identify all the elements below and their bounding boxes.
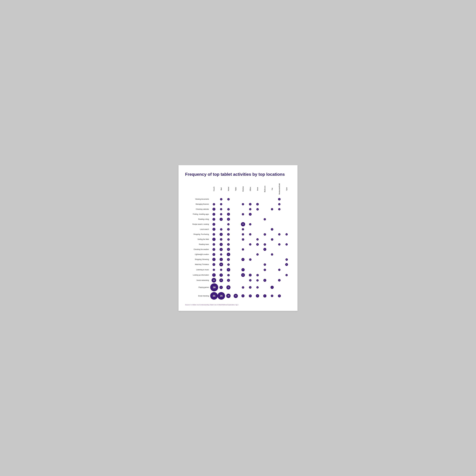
bubble-cell: 2 [283,257,290,262]
bubble: 2 [242,238,244,241]
bubble: 14 [234,294,238,298]
bubble: 1 [286,233,288,236]
column-header-classroom: Classroom [290,182,291,197]
bubble-cell: 10 [218,277,225,283]
bubble-cell [276,272,283,277]
bubble-cell [261,237,268,242]
bubble: 5 [227,218,230,221]
bubble: 5 [212,228,215,231]
bubble-cell: 2 [247,277,254,283]
bubble-cell [254,262,261,267]
bubble: 4 [285,263,288,266]
bubble-cell [283,267,290,272]
bubble: 9 [227,253,230,256]
bubble: 4 [227,258,230,261]
bubble-cell: 35 [218,292,225,300]
bubble-cell [232,272,239,277]
bubble: 3 [256,243,259,246]
bubble-cell: 2 [254,207,261,212]
bubble-cell: 3 [276,197,283,202]
bubble-cell [239,207,247,212]
bubble-cell [247,237,254,242]
bubble-cell: 2 [218,197,225,202]
bubble: 2 [264,263,266,266]
bubble: 1 [249,223,251,225]
bubble-cell: 7 [261,292,268,300]
bubble: 35 [218,292,225,300]
bubble: 5 [249,294,252,297]
bubble-cell: 8 [254,292,261,300]
bubble-cell: 1 [247,242,254,247]
table-row: Email checking353515146587353 [185,292,291,300]
bubble-cell: 35 [210,292,218,300]
bubble: 1 [242,233,244,236]
bubble-cell: 3 [210,242,218,247]
table-row: Checking the weather465153 [185,247,291,252]
bubble-cell [290,202,291,207]
bubble: 2 [264,233,266,236]
bubble-cell [210,197,218,202]
bubble: 1 [256,279,259,282]
bubble-cell: 3 [225,232,232,237]
table-row: Finding, installing apps415142 [185,212,291,217]
bubble: 4 [212,263,215,266]
bubble-cell [290,227,291,232]
bubble-cell [232,257,239,262]
bubble-cell [290,252,291,257]
bubble-cell: 2 [225,272,232,277]
bubble: 1 [278,233,280,236]
bubble-cell [268,202,276,207]
activity-label: Shopping: Browsing [185,257,210,262]
bubble-cell: 7 [218,257,225,262]
table-row: Shopping: Browsing7746221 [185,257,291,262]
bubble: 13 [226,285,230,289]
activity-label: Finding, installing apps [185,212,210,217]
bubble-cell [254,257,261,262]
bubble-cell [247,267,254,272]
bubble-cell: 6 [239,292,247,300]
bubble-cell [247,247,254,252]
bubble-cell [232,232,239,237]
bubble: 2 [227,198,230,201]
table-row: Viewing documents223111 [185,197,291,202]
bubble-cell: 9 [210,272,218,277]
bubble-cell: 1 [276,207,283,212]
bubble-cell [276,257,283,262]
activity-label: Checking the weather [185,247,210,252]
bubble: 1 [242,248,244,251]
bubble: 1 [256,253,259,255]
bubble-cell: 4 [210,252,218,257]
bubble: 4 [249,274,252,276]
activity-label: Listening to music [185,267,210,272]
bubble: 7 [212,258,216,261]
bubble-cell [276,252,283,257]
bubble: 5 [263,248,266,251]
bubble-cell: 16 [210,277,218,283]
bubble-cell: 3 [218,237,225,242]
bubble-cell: 1 [276,202,283,207]
bubble-cell: 1 [290,232,291,237]
bubble-cell [290,212,291,217]
bubble: 1 [220,203,222,205]
bubble-cell [261,202,268,207]
bubble-cell [283,283,290,292]
column-header-bed: Bed [218,182,225,197]
bubble: 5 [212,208,215,211]
bubble-cell: 8 [218,283,225,292]
bubble-cell [283,212,290,217]
bubble-cell [290,283,291,292]
bubble-cell [283,247,290,252]
bubble: 2 [227,263,230,266]
bubble: 9 [212,273,216,277]
bubble-cell [283,222,290,227]
bubble-cell [261,197,268,202]
bubble-cell: 1 [218,267,225,272]
bubble: 2 [264,269,266,271]
activity-label: Email checking [185,292,210,300]
bubble: 3 [271,228,273,231]
bubble-cell [283,227,290,232]
bubble: 6 [220,243,223,246]
bubble-cell [247,262,254,267]
bubble-cell: 3 [225,242,232,247]
column-header-kitchen: Kitchen [239,182,247,197]
